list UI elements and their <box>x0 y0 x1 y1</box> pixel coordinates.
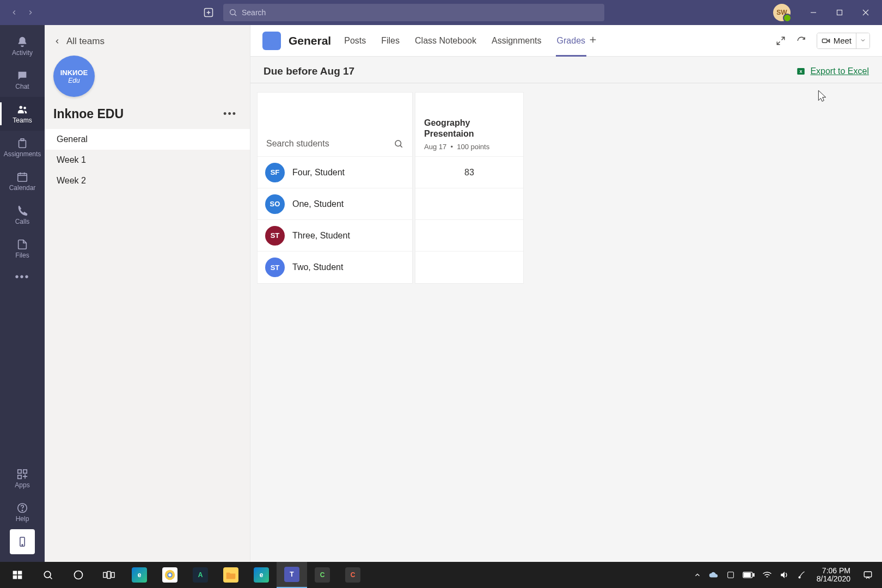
rail-files[interactable]: Files <box>0 232 45 266</box>
calendar-icon <box>16 171 28 183</box>
score-cell[interactable] <box>415 188 523 220</box>
channel-item[interactable]: Week 1 <box>45 150 250 170</box>
plus-icon <box>589 35 597 44</box>
tab-posts[interactable]: Posts <box>343 25 367 56</box>
rail-more[interactable]: ••• <box>0 266 45 287</box>
window-maximize-button[interactable] <box>826 0 853 25</box>
tab-class-notebook[interactable]: Class Notebook <box>414 25 477 56</box>
avatar-initials: SW <box>776 9 787 16</box>
assignment-header[interactable]: Geography Presentaion Aug 17 • 100 point… <box>415 93 523 157</box>
rail-label: Calendar <box>9 184 36 192</box>
taskbar-taskview[interactable] <box>94 562 124 588</box>
taskbar-clock[interactable]: 7:06 PM 8/14/2020 <box>811 567 856 584</box>
taskbar-app-camtasia1[interactable]: C <box>307 562 338 588</box>
svg-rect-45 <box>727 572 733 578</box>
nav-back-button[interactable] <box>7 5 22 20</box>
student-avatar: SF <box>265 163 285 182</box>
student-name: Two, Student <box>292 262 343 272</box>
action-center-button[interactable] <box>856 562 880 588</box>
score-cell[interactable] <box>415 220 523 252</box>
meet-dropdown-button[interactable] <box>856 33 869 48</box>
student-row[interactable]: SOOne, Student <box>258 188 412 220</box>
svg-rect-26 <box>822 39 827 42</box>
taskbar-app-edge[interactable]: e <box>124 562 155 588</box>
score-cell[interactable] <box>415 252 523 283</box>
compose-button[interactable] <box>199 3 218 22</box>
rail-label: Files <box>15 252 29 259</box>
student-row[interactable]: SFFour, Student <box>258 157 412 188</box>
rail-calls[interactable]: Calls <box>0 198 45 232</box>
refresh-button[interactable] <box>796 35 807 46</box>
rail-help[interactable]: Help <box>0 495 45 529</box>
search-input[interactable] <box>242 8 599 17</box>
export-excel-link[interactable]: X Export to Excel <box>796 66 869 76</box>
chevron-up-icon <box>694 571 701 579</box>
team-more-button[interactable]: ••• <box>219 108 241 120</box>
meet-button-group: Meet <box>817 33 870 49</box>
taskbar-app-teams[interactable]: T <box>277 562 307 588</box>
minimize-icon <box>810 9 817 16</box>
channel-item[interactable]: Week 2 <box>45 170 250 191</box>
team-name: Inknoe EDU <box>53 107 124 121</box>
tab-grades[interactable]: Grades <box>556 25 586 56</box>
channel-item[interactable]: General <box>45 129 250 150</box>
student-row[interactable]: STTwo, Student <box>258 252 412 283</box>
user-avatar[interactable]: SW <box>773 4 791 21</box>
svg-text:X: X <box>800 69 803 74</box>
system-tray[interactable] <box>694 570 811 580</box>
tab-add-button[interactable] <box>586 34 599 47</box>
svg-rect-9 <box>19 140 26 148</box>
start-button[interactable] <box>2 562 33 588</box>
rail-calendar[interactable]: Calendar <box>0 164 45 198</box>
taskbar-app-edge2[interactable]: e <box>246 562 277 588</box>
bell-icon <box>16 36 28 48</box>
svg-point-20 <box>22 544 23 546</box>
team-mini-icon <box>266 35 277 46</box>
score-cell[interactable]: 83 <box>415 157 523 188</box>
chat-icon <box>16 70 28 82</box>
tab-files[interactable]: Files <box>380 25 401 56</box>
svg-rect-16 <box>18 475 21 479</box>
meet-button[interactable]: Meet <box>817 33 856 48</box>
all-teams-button[interactable]: All teams <box>45 25 250 53</box>
search-icon <box>394 139 403 149</box>
student-name: One, Student <box>292 199 344 209</box>
search-box[interactable] <box>223 4 604 21</box>
window-minimize-button[interactable] <box>800 0 826 25</box>
excel-icon: X <box>796 66 806 76</box>
team-avatar[interactable]: INKИOE Edu <box>53 56 95 97</box>
rail-teams[interactable]: Teams <box>0 97 45 131</box>
student-row[interactable]: STThree, Student <box>258 220 412 252</box>
taskbar-cortana[interactable] <box>63 562 94 588</box>
rail-activity[interactable]: Activity <box>0 29 45 63</box>
expand-button[interactable] <box>775 35 786 46</box>
svg-point-21 <box>267 36 277 45</box>
svg-point-38 <box>75 571 83 579</box>
rail-mobile-button[interactable] <box>10 529 35 554</box>
search-students-cell[interactable]: Search students <box>258 93 412 157</box>
taskbar-app-camtasia2[interactable]: C <box>338 562 368 588</box>
svg-rect-40 <box>107 572 111 579</box>
svg-line-2 <box>235 14 236 16</box>
rail-assignments[interactable]: Assignments <box>0 131 45 164</box>
svg-point-18 <box>22 510 22 511</box>
svg-line-31 <box>400 145 402 147</box>
refresh-icon <box>797 36 806 46</box>
nav-forward-button[interactable] <box>23 5 38 20</box>
taskbar-app-chrome[interactable] <box>155 562 185 588</box>
svg-point-7 <box>20 106 23 109</box>
taskbar-search[interactable] <box>33 562 63 588</box>
rail-label: Chat <box>15 83 29 90</box>
taskbar-app-explorer[interactable] <box>216 562 246 588</box>
rail-chat[interactable]: Chat <box>0 63 45 97</box>
rail-label: Apps <box>15 481 29 489</box>
students-column: Search students SFFour, StudentSOOne, St… <box>257 92 413 284</box>
svg-rect-14 <box>18 470 21 473</box>
team-panel: All teams INKИOE Edu Inknoe EDU ••• Gene… <box>45 25 250 562</box>
tab-assignments[interactable]: Assignments <box>491 25 543 56</box>
svg-rect-32 <box>13 571 17 575</box>
rail-apps[interactable]: Apps <box>0 462 45 495</box>
channel-header: General PostsFilesClass NotebookAssignme… <box>250 25 882 57</box>
window-close-button[interactable] <box>853 0 879 25</box>
taskbar-app-generic1[interactable]: A <box>185 562 216 588</box>
